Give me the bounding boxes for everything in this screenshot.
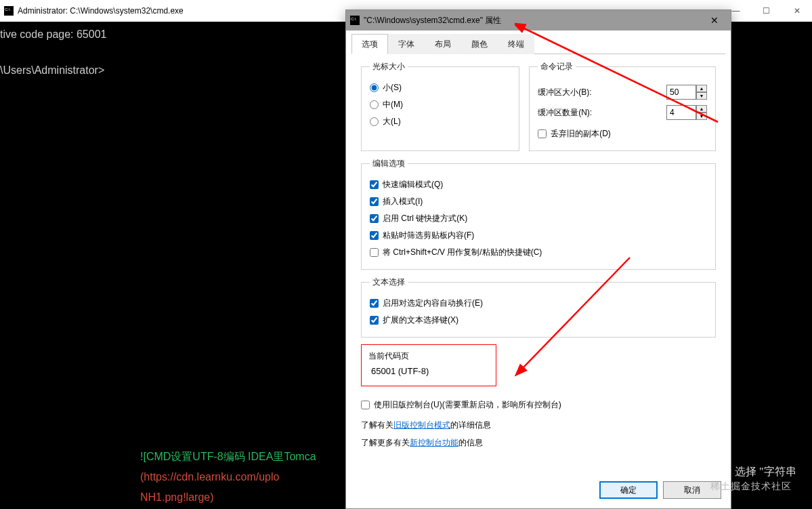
buffer-size-input[interactable] xyxy=(666,85,696,100)
tabs: 选项 字体 布局 颜色 终端 xyxy=(351,33,725,54)
new-console-info-line: 了解更多有关新控制台功能的信息 xyxy=(361,434,716,451)
tab-colors[interactable]: 颜色 xyxy=(461,34,498,54)
insert-mode-checkbox[interactable]: 插入模式(I) xyxy=(370,193,707,210)
spin-up-icon[interactable]: ▲ xyxy=(696,105,707,113)
text-selection-legend: 文本选择 xyxy=(370,277,408,288)
dialog-titlebar[interactable]: "C:\Windows\system32\cmd.exe" 属性 ✕ xyxy=(346,10,731,30)
tab-layout[interactable]: 布局 xyxy=(425,34,461,54)
cursor-small[interactable]: 小(S) xyxy=(370,79,511,96)
spin-up-icon[interactable]: ▲ xyxy=(696,85,707,92)
spin-down-icon[interactable]: ▼ xyxy=(696,113,707,120)
cursor-medium[interactable]: 中(M) xyxy=(370,96,511,113)
close-button[interactable]: ✕ xyxy=(782,0,812,22)
buffer-count-label: 缓冲区数量(N): xyxy=(538,107,592,119)
spin-down-icon[interactable]: ▼ xyxy=(696,92,707,100)
command-history-group: 命令记录 缓冲区大小(B): ▲▼ 缓冲区数量(N): ▲▼ 丢弃旧的副本(D) xyxy=(529,61,716,151)
new-console-link[interactable]: 新控制台功能 xyxy=(410,438,458,447)
codepage-value: 65001 (UTF-8) xyxy=(368,366,489,376)
text-selection-group: 文本选择 启用对选定内容自动换行(E) 扩展的文本选择键(X) xyxy=(361,277,716,338)
snippet-right-text: 选择 "字符串 xyxy=(735,465,796,479)
cmd-icon xyxy=(350,16,360,25)
history-legend: 命令记录 xyxy=(538,61,576,73)
ctrl-shift-cv-checkbox[interactable]: 将 Ctrl+Shift+C/V 用作复制/粘贴的快捷键(C) xyxy=(370,244,707,261)
buffer-size-spinner[interactable]: ▲▼ xyxy=(666,85,707,100)
legacy-info-line: 了解有关旧版控制台模式的详细信息 xyxy=(361,416,716,434)
filter-clipboard-checkbox[interactable]: 粘贴时筛选剪贴板内容(F) xyxy=(370,227,707,244)
quick-edit-checkbox[interactable]: 快速编辑模式(Q) xyxy=(370,176,707,193)
current-codepage-box: 当前代码页 65001 (UTF-8) xyxy=(361,344,496,386)
buffer-size-label: 缓冲区大小(B): xyxy=(538,87,591,98)
buffer-count-spinner[interactable]: ▲▼ xyxy=(666,105,707,120)
extended-selection-checkbox[interactable]: 扩展的文本选择键(X) xyxy=(370,312,707,329)
edit-options-group: 编辑选项 快速编辑模式(Q) 插入模式(I) 启用 Ctrl 键快捷方式(K) … xyxy=(361,158,716,270)
cmd-icon xyxy=(4,6,14,16)
legacy-console-checkbox[interactable]: 使用旧版控制台(U)(需要重新启动，影响所有控制台) xyxy=(361,393,716,416)
maximize-button[interactable]: ☐ xyxy=(751,0,782,22)
cmd-title: Administrator: C:\Windows\system32\cmd.e… xyxy=(18,6,184,16)
cursor-large[interactable]: 大(L) xyxy=(370,113,511,130)
cancel-button[interactable]: 取消 xyxy=(663,481,721,499)
properties-dialog: "C:\Windows\system32\cmd.exe" 属性 ✕ 选项 字体… xyxy=(345,9,731,509)
tab-font[interactable]: 字体 xyxy=(388,34,425,54)
tab-terminal[interactable]: 终端 xyxy=(498,34,534,54)
edit-options-legend: 编辑选项 xyxy=(370,158,408,169)
ok-button[interactable]: 确定 xyxy=(599,481,658,499)
ctrl-shortcuts-checkbox[interactable]: 启用 Ctrl 键快捷方式(K) xyxy=(370,210,707,227)
buffer-count-input[interactable] xyxy=(666,105,696,120)
dialog-close-button[interactable]: ✕ xyxy=(700,11,729,30)
cursor-size-group: 光标大小 小(S) 中(M) 大(L) xyxy=(361,61,519,151)
legacy-console-link[interactable]: 旧版控制台模式 xyxy=(393,420,450,430)
wrap-selection-checkbox[interactable]: 启用对选定内容自动换行(E) xyxy=(370,295,707,312)
discard-old-checkbox[interactable]: 丢弃旧的副本(D) xyxy=(538,125,707,142)
dialog-title: "C:\Windows\system32\cmd.exe" 属性 xyxy=(364,15,501,26)
cursor-size-legend: 光标大小 xyxy=(370,61,408,73)
codepage-legend: 当前代码页 xyxy=(368,350,489,362)
tab-options[interactable]: 选项 xyxy=(351,34,388,54)
